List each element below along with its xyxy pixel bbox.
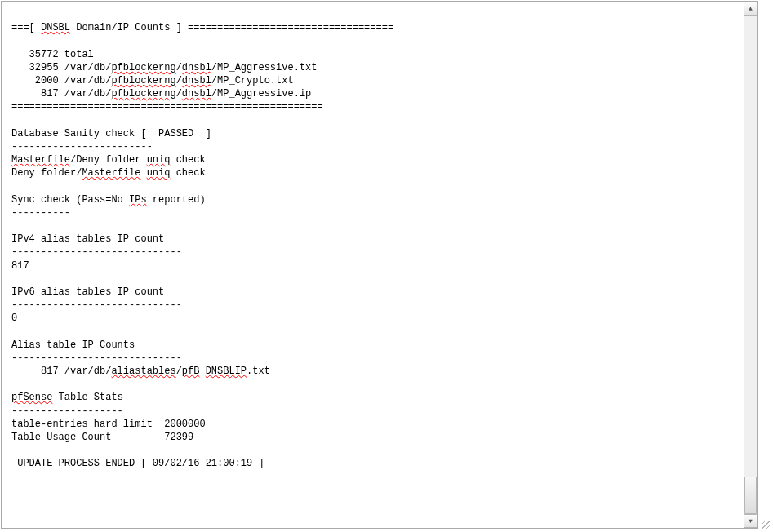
log-output-text: ===[ DNSBL Domain/IP Counts ] ==========…	[2, 2, 744, 528]
log-output-box[interactable]: ===[ DNSBL Domain/IP Counts ] ==========…	[1, 1, 758, 529]
arrow-down-icon: ▼	[749, 517, 753, 525]
resize-grip-icon	[762, 521, 771, 530]
arrow-up-icon: ▲	[749, 5, 753, 12]
scroll-down-button[interactable]: ▼	[744, 514, 757, 528]
vertical-scrollbar[interactable]: ▲ ▼	[744, 2, 757, 528]
scrollbar-thumb[interactable]	[744, 477, 757, 514]
scroll-up-button[interactable]: ▲	[744, 2, 757, 16]
